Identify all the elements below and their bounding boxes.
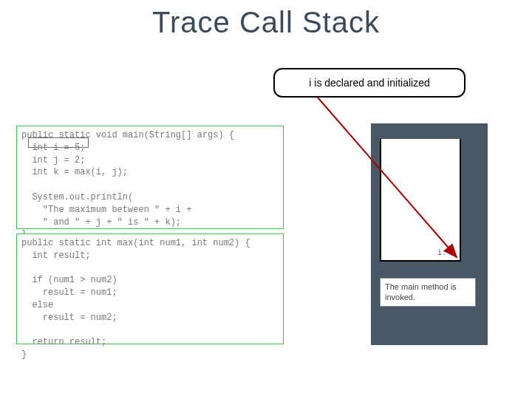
stack-variable-i: i: 5 (437, 249, 455, 257)
code-max-method: public static int max(int num1, int num2… (16, 233, 284, 344)
annotation-bubble: i is declared and initialized (273, 68, 466, 98)
slide-title: Trace Call Stack (0, 6, 532, 39)
code-highlight-i-declaration (28, 137, 89, 148)
stack-caption: The main method is invoked. (380, 278, 476, 307)
annotation-text: i is declared and initialized (309, 77, 429, 89)
call-stack-frame: i: 5 (380, 139, 461, 262)
